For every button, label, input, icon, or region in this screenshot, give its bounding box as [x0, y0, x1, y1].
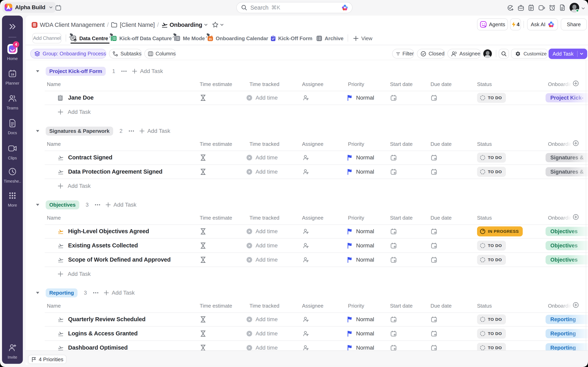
svg-text:31: 31 [209, 37, 212, 41]
svg-text:19: 19 [11, 73, 14, 76]
